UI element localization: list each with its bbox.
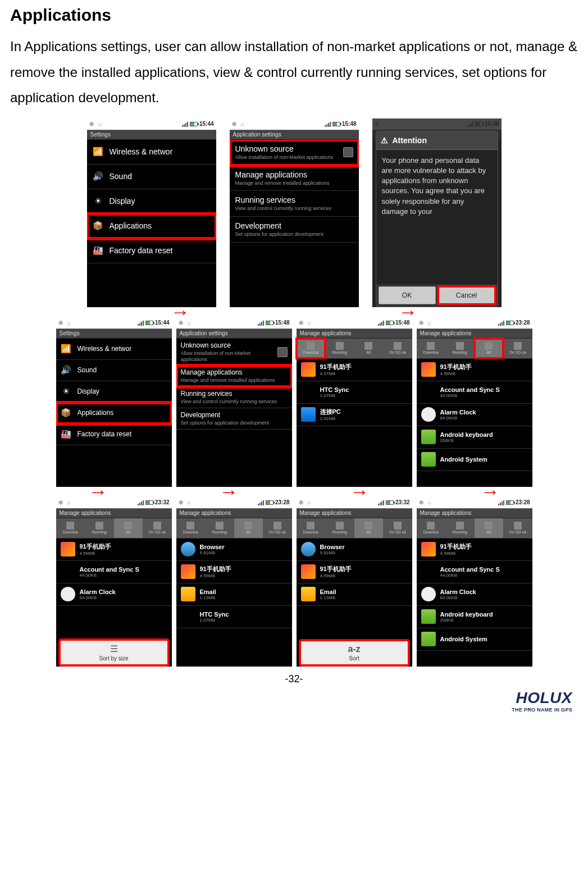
tab-running[interactable]: Running xyxy=(325,339,354,358)
tab-running[interactable]: Running xyxy=(205,518,234,538)
tab-on sd ca[interactable]: On SD ca xyxy=(263,518,292,538)
tab-on sd ca[interactable]: On SD ca xyxy=(503,339,532,358)
app-row[interactable]: Email1.13MB xyxy=(176,583,292,606)
tab-running[interactable]: Running xyxy=(445,339,475,358)
app-size: 4.59MB xyxy=(200,573,288,578)
app-icon xyxy=(421,362,436,377)
tab-all[interactable]: All xyxy=(354,518,384,538)
settings-item-display[interactable]: ☀Display xyxy=(56,381,172,403)
app-row[interactable]: 91手机助手4.59MB xyxy=(297,561,412,583)
app-row[interactable]: HTC Sync1.07MB xyxy=(297,381,412,404)
appsettings-item[interactable]: Unknown sourceAllow installation of non-… xyxy=(176,339,292,366)
app-row[interactable]: HTC Sync1.07MB xyxy=(176,606,292,628)
tab-on sd ca[interactable]: On SD ca xyxy=(383,339,412,358)
dialog-title: Attention xyxy=(393,136,427,145)
tab-running[interactable]: Running xyxy=(445,518,475,538)
app-row[interactable]: Browser5.81MB xyxy=(297,539,412,561)
settings-item-sound[interactable]: 🔊Sound xyxy=(87,165,216,189)
app-size: 200KB xyxy=(440,618,528,623)
settings-item-label: Applications xyxy=(110,221,211,230)
app-row[interactable]: Account and Sync S44.00KB xyxy=(417,561,532,583)
tab-icon xyxy=(124,522,132,530)
tab-downloa[interactable]: Downloa xyxy=(56,518,85,538)
app-row[interactable]: Alarm Clock84.00KB xyxy=(417,404,532,426)
app-size: 4.59MB xyxy=(320,573,408,578)
appsettings-item[interactable]: Manage applicationsManage and remove ins… xyxy=(230,166,359,191)
app-row[interactable]: Alarm Clock84.00KB xyxy=(417,583,532,606)
appsettings-item[interactable]: Manage applicationsManage and remove ins… xyxy=(176,366,292,387)
settings-item-applications[interactable]: 📦Applications xyxy=(56,403,172,424)
app-row[interactable]: Android keyboard200KB xyxy=(417,606,532,628)
app-name: Email xyxy=(320,588,408,595)
app-icon xyxy=(181,609,195,624)
tab-icon xyxy=(456,342,464,350)
tab-all[interactable]: All xyxy=(234,518,263,538)
app-row[interactable]: Email1.13MB xyxy=(297,583,412,606)
app-row[interactable]: Account and Sync S44.00KB xyxy=(417,381,532,404)
settings-item-label: Wireless & networ xyxy=(110,147,211,156)
item-title: Manage applications xyxy=(181,368,288,376)
settings-item-factory-data-reset[interactable]: 🏭Factory data reset xyxy=(56,424,172,445)
tab-on sd ca[interactable]: On SD ca xyxy=(383,518,412,538)
app-row[interactable]: Browser5.81MB xyxy=(176,539,292,561)
app-row[interactable]: 91手机助手4.59MB xyxy=(56,539,172,561)
tab-all[interactable]: All xyxy=(114,518,143,538)
appsettings-item[interactable]: DevelopmentSet options for application d… xyxy=(176,408,292,430)
app-row[interactable]: 连接PC1.01MB xyxy=(297,404,412,426)
app-size: 1.07MB xyxy=(200,618,288,623)
app-name: Android keyboard xyxy=(440,431,528,438)
app-name: Alarm Clock xyxy=(440,588,528,595)
app-size: 1.01MB xyxy=(320,416,408,421)
app-row[interactable]: Alarm Clock84.00KB xyxy=(56,583,172,606)
tab-all[interactable]: All xyxy=(475,339,504,358)
tab-label: All xyxy=(366,350,371,354)
settings-item-display[interactable]: ☀Display xyxy=(87,189,216,214)
appsettings-item[interactable]: Unknown sourceAllow installation of non-… xyxy=(230,140,359,166)
app-row[interactable]: Android System xyxy=(417,449,532,471)
app-row[interactable]: 91手机助手4.59MB xyxy=(417,539,532,561)
settings-item-sound[interactable]: 🔊Sound xyxy=(56,360,172,381)
tab-icon xyxy=(364,342,372,350)
tab-on sd ca[interactable]: On SD ca xyxy=(503,518,532,538)
app-row[interactable]: 91手机助手4.57MB xyxy=(297,359,412,381)
sort-size-popup[interactable]: ☰ Sort by size xyxy=(60,640,168,665)
app-icon xyxy=(61,564,75,579)
tab-downloa[interactable]: Downloa xyxy=(297,339,326,358)
app-name: Android System xyxy=(440,636,528,642)
tab-all[interactable]: All xyxy=(475,518,504,538)
app-row[interactable]: Android keyboard200KB xyxy=(417,426,532,449)
app-row[interactable]: Android System xyxy=(417,628,532,651)
phone-settings-small: ⊜⌂15:44 Settings 📶Wireless & networ🔊Soun… xyxy=(56,317,172,487)
settings-item-factory-data-reset[interactable]: 🏭Factory data reset xyxy=(87,239,216,263)
tab-downloa[interactable]: Downloa xyxy=(297,518,326,538)
tab-running[interactable]: Running xyxy=(325,518,354,538)
tab-icon xyxy=(336,342,344,350)
tab-running[interactable]: Running xyxy=(85,518,114,538)
settings-item-wireless-networ[interactable]: 📶Wireless & networ xyxy=(56,339,172,360)
sort-az-popup[interactable]: a-z Sort xyxy=(300,640,409,665)
cancel-button[interactable]: Cancel xyxy=(438,286,495,304)
tab-downloa[interactable]: Downloa xyxy=(417,339,446,358)
appsettings-item[interactable]: Running servicesView and control current… xyxy=(176,387,292,408)
settings-item-applications[interactable]: 📦Applications xyxy=(87,214,216,239)
tab-icon xyxy=(307,522,314,530)
tab-on sd ca[interactable]: On SD ca xyxy=(143,518,172,538)
checkbox[interactable] xyxy=(277,347,288,357)
app-row[interactable]: Account and Sync S44.00KB xyxy=(56,561,172,583)
phone-sort-az: ⊜⌂23:32 Manage applications DownloaRunni… xyxy=(297,497,412,667)
app-icon xyxy=(421,385,436,399)
tab-downloa[interactable]: Downloa xyxy=(417,518,446,538)
dialog-body: Your phone and personal data are more vu… xyxy=(376,150,498,284)
settings-item-icon: 🏭 xyxy=(61,428,72,440)
settings-item-icon: ☀ xyxy=(61,386,72,397)
tab-downloa[interactable]: Downloa xyxy=(176,518,206,538)
app-row[interactable]: 91手机助手4.59MB xyxy=(417,359,532,381)
tab-label: Downloa xyxy=(63,530,78,534)
appsettings-item[interactable]: Running servicesView and control current… xyxy=(230,191,359,217)
settings-item-wireless-networ[interactable]: 📶Wireless & networ xyxy=(87,140,216,165)
checkbox[interactable] xyxy=(343,147,353,157)
appsettings-item[interactable]: DevelopmentSet options for application d… xyxy=(230,217,359,243)
app-row[interactable]: 91手机助手4.59MB xyxy=(176,561,292,583)
tab-all[interactable]: All xyxy=(354,339,384,358)
app-icon xyxy=(421,587,436,601)
